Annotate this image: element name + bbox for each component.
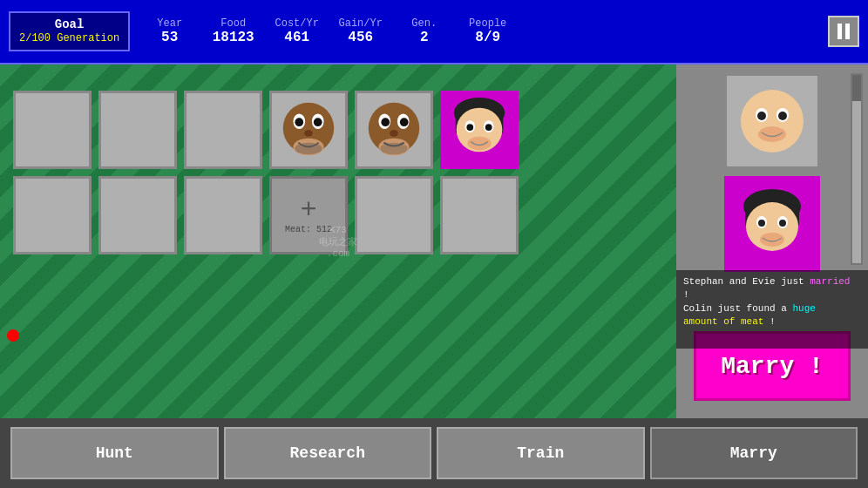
gain-value: 456 bbox=[348, 30, 373, 45]
year-stat: Year 53 bbox=[146, 17, 193, 45]
gen-stat: Gen. 2 bbox=[400, 17, 448, 45]
meat-label: Meat: 512 bbox=[285, 225, 332, 234]
svg-point-13 bbox=[390, 130, 398, 137]
people-label: People bbox=[469, 17, 506, 30]
people-stat: People 8/9 bbox=[464, 17, 512, 45]
svg-point-29 bbox=[778, 112, 787, 120]
svg-point-12 bbox=[400, 118, 409, 126]
svg-point-7 bbox=[295, 143, 322, 155]
cost-stat: Cost/Yr 461 bbox=[273, 17, 321, 45]
log-line-3: amount of meat ! bbox=[683, 315, 861, 329]
char-slot-9[interactable] bbox=[184, 176, 262, 254]
svg-point-28 bbox=[757, 112, 766, 120]
char-slot-8[interactable] bbox=[98, 176, 177, 254]
svg-point-22 bbox=[466, 124, 473, 131]
svg-point-30 bbox=[758, 126, 786, 142]
red-dot-indicator bbox=[7, 329, 19, 342]
char-face-4 bbox=[275, 96, 342, 164]
log-line-2: Colin just found a huge bbox=[683, 302, 861, 315]
add-plus-icon: + bbox=[300, 197, 316, 225]
game-area: + Meat: 512 K73 电玩之家 .com bbox=[0, 64, 676, 418]
top-bar: Goal 2/100 Generation Year 53 Food 18123… bbox=[0, 0, 868, 64]
right-panel: Stephan and Evie just married ! Colin ju… bbox=[676, 64, 868, 418]
char-face-5 bbox=[360, 96, 428, 164]
svg-point-25 bbox=[741, 90, 804, 152]
log-line-1: Stephan and Evie just married ! bbox=[683, 275, 861, 302]
marry-tab-button[interactable]: Marry bbox=[650, 427, 858, 479]
food-stat: Food 18123 bbox=[209, 17, 257, 45]
hunt-button[interactable]: Hunt bbox=[10, 427, 219, 479]
portrait-slot-2[interactable] bbox=[724, 176, 820, 272]
cost-label: Cost/Yr bbox=[275, 17, 319, 30]
cost-value: 461 bbox=[284, 30, 309, 45]
character-grid: + Meat: 512 bbox=[13, 91, 663, 254]
char-slot-2[interactable] bbox=[98, 91, 177, 169]
people-value: 8/9 bbox=[475, 30, 500, 45]
goal-title: Goal bbox=[19, 17, 119, 32]
char-slot-12[interactable] bbox=[440, 176, 519, 254]
food-value: 18123 bbox=[213, 30, 254, 45]
scroll-bar[interactable] bbox=[851, 73, 863, 265]
char-slot-6[interactable] bbox=[440, 91, 519, 169]
svg-point-15 bbox=[380, 143, 407, 155]
char-slot-5[interactable] bbox=[355, 91, 433, 169]
bottom-bar: Hunt Research Train Marry bbox=[0, 418, 868, 488]
svg-point-38 bbox=[779, 220, 786, 227]
main-area: + Meat: 512 K73 电玩之家 .com bbox=[0, 64, 868, 418]
svg-point-37 bbox=[758, 220, 765, 227]
char-face-6 bbox=[445, 96, 513, 164]
char-slot-11[interactable] bbox=[355, 176, 433, 254]
scroll-thumb bbox=[852, 75, 861, 101]
goal-sub: 2/100 Generation bbox=[19, 32, 119, 46]
char-slot-4[interactable] bbox=[269, 91, 348, 169]
food-label: Food bbox=[220, 17, 246, 30]
svg-point-39 bbox=[760, 233, 784, 247]
char-slot-1[interactable] bbox=[13, 91, 92, 169]
log-area: Stephan and Evie just married ! Colin ju… bbox=[676, 270, 868, 349]
pause-button[interactable] bbox=[828, 16, 859, 47]
svg-point-24 bbox=[467, 137, 491, 151]
research-button[interactable]: Research bbox=[224, 427, 432, 479]
svg-point-4 bbox=[314, 118, 322, 126]
gen-label: Gen. bbox=[411, 17, 437, 30]
char-slot-3[interactable] bbox=[184, 91, 262, 169]
portrait-slot-1[interactable] bbox=[724, 73, 820, 169]
year-value: 53 bbox=[161, 30, 178, 45]
svg-point-11 bbox=[381, 118, 390, 126]
train-button[interactable]: Train bbox=[437, 427, 645, 479]
year-label: Year bbox=[157, 17, 182, 30]
svg-point-3 bbox=[295, 118, 303, 126]
svg-point-23 bbox=[485, 124, 492, 131]
gain-stat: Gain/Yr 456 bbox=[336, 17, 384, 45]
gen-value: 2 bbox=[420, 30, 429, 45]
gain-label: Gain/Yr bbox=[339, 17, 383, 30]
char-slot-7[interactable] bbox=[13, 176, 92, 254]
char-slot-add[interactable]: + Meat: 512 bbox=[269, 176, 348, 254]
svg-point-5 bbox=[304, 130, 313, 137]
goal-box: Goal 2/100 Generation bbox=[9, 11, 130, 51]
pause-icon bbox=[837, 24, 850, 39]
